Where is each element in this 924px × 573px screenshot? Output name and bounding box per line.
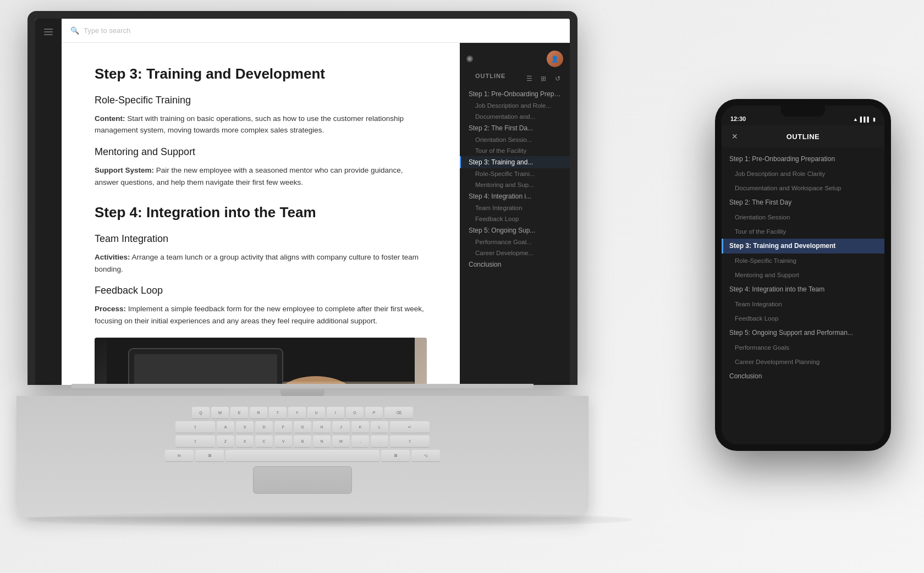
- team-integration-paragraph: Activities: Arrange a team lunch or a gr…: [95, 251, 427, 275]
- phone-outline-item[interactable]: Step 5: Ongoing Support and Performan...: [722, 326, 884, 340]
- outline-item-desktop[interactable]: Conclusion: [460, 258, 570, 271]
- phone-outline-item[interactable]: Step 2: The First Day: [722, 195, 884, 210]
- phone-outline-item[interactable]: Orientation Session: [722, 210, 884, 224]
- role-specific-heading: Role-Specific Training: [95, 95, 427, 106]
- key: R: [250, 407, 267, 419]
- feedback-loop-label: Process:: [95, 305, 126, 313]
- key: fn: [165, 450, 194, 462]
- outline-list-desktop: Step 1: Pre-Onboarding Prepa...Job Descr…: [460, 88, 570, 271]
- phone-outline-item[interactable]: Role-Specific Training: [722, 254, 884, 268]
- key: G: [294, 421, 311, 433]
- outline-panel-desktop: 👤 OUTLINE ☰ ⊞ ↺ Ste: [460, 43, 570, 385]
- key: W: [211, 407, 229, 419]
- laptop-hinge: [72, 384, 534, 388]
- key: I: [327, 407, 344, 419]
- phone-outline-item[interactable]: Tour of the Facility: [722, 224, 884, 239]
- outline-item-desktop[interactable]: Performance Goal...: [460, 236, 570, 247]
- search-input[interactable]: Type to search: [84, 26, 130, 35]
- outline-item-desktop[interactable]: Step 5: Ongoing Sup...: [460, 224, 570, 236]
- role-specific-paragraph: Content: Start with training on basic op…: [95, 113, 427, 136]
- outline-item-desktop[interactable]: Step 1: Pre-Onboarding Prepa...: [460, 88, 570, 100]
- key: ⇧: [175, 436, 215, 448]
- feedback-loop-paragraph: Process: Implement a simple feedback for…: [95, 303, 427, 327]
- phone-notch: [781, 106, 825, 117]
- step3-title: Step 3: Training and Development: [95, 65, 427, 84]
- key: Y: [288, 407, 306, 419]
- role-specific-content: Start with training on basic operations,…: [95, 114, 404, 135]
- key: .: [371, 436, 388, 448]
- history-icon[interactable]: ↺: [552, 73, 563, 84]
- key: ⇧: [390, 436, 430, 448]
- key: S: [236, 421, 254, 433]
- outline-item-desktop[interactable]: Role-Specific Traini...: [460, 168, 570, 179]
- role-specific-label: Content:: [95, 114, 125, 123]
- avatar: 👤: [547, 51, 563, 67]
- key: D: [255, 421, 273, 433]
- team-integration-label: Activities:: [95, 253, 130, 261]
- touchpad[interactable]: [253, 466, 352, 494]
- key: ↵: [390, 421, 430, 433]
- key: T: [269, 407, 287, 419]
- outline-item-desktop[interactable]: Step 3: Training and...: [460, 156, 570, 168]
- outline-item-desktop[interactable]: Mentoring and Sup...: [460, 179, 570, 190]
- search-bar[interactable]: 🔍 Type to search: [70, 26, 246, 35]
- key: ⌘: [381, 450, 410, 462]
- grid-icon[interactable]: ⊞: [538, 73, 549, 84]
- signal-icon: ▌▌▌: [860, 117, 871, 122]
- outline-item-desktop[interactable]: Orientation Sessio...: [460, 134, 570, 145]
- key: N: [313, 436, 331, 448]
- phone: 12:30 ▲ ▌▌▌ ▮ ✕ OUTLINE Step 1: Pre-Onbo…: [715, 99, 891, 451]
- phone-time: 12:30: [730, 115, 746, 122]
- outline-item-desktop[interactable]: Team Integration: [460, 202, 570, 213]
- phone-outline-item[interactable]: Documentation and Workspace Setup: [722, 181, 884, 195]
- key: ⌫: [384, 407, 413, 419]
- step4-section: Step 4: Integration into the Team Team I…: [95, 203, 427, 385]
- outline-item-desktop[interactable]: Feedback Loop: [460, 213, 570, 224]
- outline-item-desktop[interactable]: Tour of the Facility: [460, 145, 570, 156]
- phone-outline-item[interactable]: Team Integration: [722, 297, 884, 311]
- key: V: [274, 436, 292, 448]
- step3-section: Step 3: Training and Development Role-Sp…: [95, 65, 427, 188]
- phone-outline-item[interactable]: Job Description and Role Clarity: [722, 167, 884, 181]
- outline-top: 👤: [460, 51, 570, 73]
- document-content: Step 3: Training and Development Role-Sp…: [62, 43, 460, 385]
- outline-item-desktop[interactable]: Step 4: Integration i...: [460, 190, 570, 202]
- phone-status-icons: ▲ ▌▌▌ ▮: [853, 117, 876, 122]
- hamburger-menu-icon[interactable]: [42, 25, 55, 38]
- phone-outline-label: OUTLINE: [787, 133, 820, 141]
- team-integration-content: Arrange a team lunch or a group activity…: [95, 253, 419, 273]
- laptop-topbar: 🔍 Type to search: [62, 19, 570, 43]
- key: J: [332, 421, 350, 433]
- outline-item-desktop[interactable]: Career Developme...: [460, 247, 570, 258]
- phone-outline-item[interactable]: Performance Goals: [722, 340, 884, 355]
- list-icon[interactable]: ☰: [524, 73, 535, 84]
- outline-item-desktop[interactable]: Documentation and...: [460, 111, 570, 122]
- key: P: [365, 407, 383, 419]
- key: ,: [351, 436, 369, 448]
- laptop-screen-outer: 🔍 Type to search Step 3: Training and De…: [28, 11, 578, 385]
- key: E: [230, 407, 248, 419]
- close-button[interactable]: ✕: [729, 131, 740, 142]
- outline-item-desktop[interactable]: Step 2: The First Da...: [460, 122, 570, 134]
- team-integration-heading: Team Integration: [95, 233, 427, 245]
- outline-item-desktop[interactable]: Job Description and Role...: [460, 100, 570, 111]
- phone-outline-item[interactable]: Career Development Planning: [722, 355, 884, 369]
- phone-outline-item[interactable]: Conclusion: [722, 369, 884, 384]
- key: Q: [192, 407, 210, 419]
- document-image: [95, 338, 427, 385]
- keyboard-rows: Q W E R T Y U I O P ⌫ ⇪ A S D F: [165, 407, 440, 462]
- phone-shell: 12:30 ▲ ▌▌▌ ▮ ✕ OUTLINE Step 1: Pre-Onbo…: [715, 99, 891, 451]
- step4-title: Step 4: Integration into the Team: [95, 203, 427, 222]
- phone-outline-item[interactable]: Step 1: Pre-Onboarding Preparation: [722, 152, 884, 167]
- key: Z: [217, 436, 234, 448]
- svg-rect-2: [134, 354, 277, 385]
- phone-outline-item[interactable]: Step 3: Training and Development: [722, 239, 884, 254]
- record-icon: [466, 56, 473, 62]
- phone-outline-item[interactable]: Mentoring and Support: [722, 268, 884, 282]
- phone-outline-item[interactable]: Feedback Loop: [722, 311, 884, 326]
- mentoring-paragraph: Support System: Pair the new employee wi…: [95, 164, 427, 188]
- phone-outline-item[interactable]: Step 4: Integration into the Team: [722, 282, 884, 297]
- phone-outline-header: ✕ OUTLINE: [722, 125, 884, 147]
- key: A: [217, 421, 234, 433]
- phone-outline-list: Step 1: Pre-Onboarding PreparationJob De…: [722, 147, 884, 444]
